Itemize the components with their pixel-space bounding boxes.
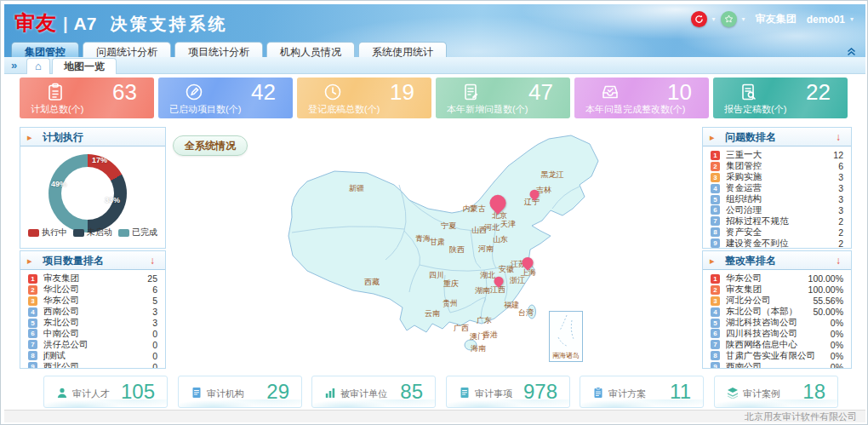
chevron-down-icon[interactable]: ▾ (850, 15, 854, 23)
rank-value: 3 (152, 307, 157, 317)
rank-row[interactable]: 4 资金运营 3 (703, 183, 851, 194)
province-label[interactable]: 广西 (454, 323, 469, 334)
rank-row[interactable]: 9 西南公司 0% (703, 361, 851, 368)
province-label[interactable]: 青海 (415, 233, 431, 244)
user-name[interactable]: demo01 (807, 14, 845, 26)
user-org[interactable]: 审友集团 (756, 12, 797, 26)
main-content: 63 计划总数(个) 42 已启动项目数(个) 19 登记底稿总数(个) 47 … (4, 74, 865, 410)
rank-badge: 6 (28, 329, 37, 338)
province-label[interactable]: 甘肃 (430, 237, 445, 248)
rank-value: 100.00% (808, 273, 843, 284)
sort-desc-icon[interactable]: ↓ (150, 251, 155, 270)
stat-value: 63 (112, 79, 137, 106)
rank-row[interactable]: 8 资产安全 2 (703, 227, 851, 238)
rank-row[interactable]: 7 洪仔总公司 0 (20, 339, 165, 350)
province-label[interactable]: 重庆 (443, 279, 459, 290)
province-label[interactable]: 宁夏 (441, 221, 456, 232)
rank-row[interactable]: 5 组织结构 3 (703, 194, 851, 205)
stat-card-started-projects[interactable]: 42 已启动项目数(个) (158, 78, 293, 118)
tab-map-overview[interactable]: 地图一览 (52, 58, 117, 74)
double-chevron-icon[interactable]: » (11, 59, 17, 72)
rank-name: 招标过程不规范 (726, 215, 838, 227)
rank-row[interactable]: 2 集团管控 6 (703, 161, 851, 172)
chevron-down-icon[interactable]: ▾ (742, 15, 745, 23)
rank-badge: 5 (28, 319, 37, 328)
whole-system-button[interactable]: 全系统情况 (173, 135, 248, 156)
stat-card-new-issues[interactable]: 47 本年新增问题数(个) (436, 78, 570, 118)
rank-row[interactable]: 5 湖北科技咨询公司 0% (703, 318, 851, 329)
rank-row[interactable]: 1 华东公司 100.00% (703, 273, 851, 284)
province-label[interactable]: 广东 (477, 315, 492, 326)
province-label[interactable]: 山东 (493, 234, 508, 245)
rank-value: 3 (838, 183, 843, 193)
rank-row[interactable]: 4 西南公司 3 (20, 307, 165, 318)
province-label[interactable]: 陕西 (449, 244, 465, 256)
rank-row[interactable]: 7 招标过程不规范 2 (703, 215, 851, 227)
rank-row[interactable]: 9 西北公司 0 (20, 361, 165, 368)
rank-badge: 3 (711, 173, 720, 182)
mini-card-label: 审计方案 (608, 388, 646, 400)
province-label[interactable]: 浙江 (510, 275, 525, 286)
stat-value: 22 (806, 79, 831, 106)
rank-name: 华东公司 (726, 273, 808, 284)
stat-card-final-reports[interactable]: 22 报告定稿数(个) (713, 78, 848, 118)
province-label[interactable]: 云南 (425, 308, 440, 319)
mini-card-audit-plans[interactable]: 审计方案 11 (580, 376, 704, 408)
province-label[interactable]: 黑龙江 (541, 169, 564, 181)
province-label[interactable]: 新疆 (349, 183, 364, 194)
collapse-up-icon[interactable] (846, 45, 857, 56)
plan-donut-chart[interactable] (49, 154, 127, 233)
home-icon[interactable]: ⌂ (26, 58, 50, 74)
china-map[interactable]: 新疆黑龙江吉林辽宁内蒙古北京天津宁夏山西河北山东青海甘肃陕西河南西藏四川重庆湖北… (282, 130, 700, 373)
rank-row[interactable]: 6 中南公司 0 (20, 328, 165, 339)
province-label[interactable]: 湖北 (480, 270, 495, 281)
refresh-icon[interactable] (691, 11, 707, 27)
stat-card-plans[interactable]: 63 计划总数(个) (20, 78, 154, 118)
rank-row[interactable]: 8 甘肃广告实业有限公司 0% (703, 350, 851, 361)
rank-row[interactable]: 1 三重一大 12 (703, 150, 851, 161)
province-label[interactable]: 河南 (478, 244, 494, 255)
sort-desc-icon[interactable]: ↓ (836, 251, 841, 270)
province-label[interactable]: 河北 (484, 222, 500, 233)
rank-row[interactable]: 7 陕西网络信息中心 0% (703, 339, 851, 350)
rank-name: 华东公司 (43, 295, 152, 307)
rank-row[interactable]: 6 四川科技咨询公司 0% (703, 328, 851, 339)
stat-card-draft-papers[interactable]: 19 登记底稿总数(个) (297, 78, 431, 118)
mini-card-audited-units[interactable]: 被审计单位 85 (311, 376, 436, 408)
province-label[interactable]: 海南 (471, 343, 486, 354)
mini-card-audit-items[interactable]: 审计事项 978 (446, 376, 570, 408)
chart-legend: 执行中 未启动 已完成 (24, 227, 162, 238)
rank-row[interactable]: 8 jf测试 0 (20, 350, 165, 361)
rectify-rank-panel: ▸ 整改率排名 ↓ 1 华东公司 100.00% 2 审友集团 100.00% … (702, 250, 852, 369)
sort-desc-icon[interactable]: ↓ (836, 128, 841, 146)
mini-card-label: 审计事项 (475, 388, 512, 400)
chevron-down-icon[interactable]: ▾ (712, 15, 716, 23)
mini-card-audit-orgs[interactable]: 审计机构 29 (178, 376, 302, 408)
province-label[interactable]: 四川 (429, 270, 444, 281)
province-label[interactable]: 内蒙古 (463, 204, 486, 215)
stat-card-rectified-issues[interactable]: 10 本年问题完成整改数(个) (574, 78, 709, 118)
issue-rank-panel: ▸ 问题数排名 ↓ 1 三重一大 12 2 集团管控 6 3 采购实施 (702, 127, 852, 249)
rank-row[interactable]: 3 华东公司 5 (20, 296, 165, 307)
province-label[interactable]: 贵州 (443, 298, 458, 309)
province-label[interactable]: 香港 (483, 330, 498, 341)
rank-row[interactable]: 9 建设资金不到位 2 (703, 238, 851, 248)
rank-row[interactable]: 2 审友集团 100.00% (703, 284, 851, 296)
mini-card-audit-talents[interactable]: 审计人才 105 (43, 376, 168, 408)
rank-row[interactable]: 5 东北公司 3 (20, 318, 165, 329)
rank-row[interactable]: 6 公司治理 3 (703, 204, 851, 215)
star-icon[interactable] (721, 11, 737, 27)
rank-row[interactable]: 3 河北分公司 55.56% (703, 296, 851, 307)
document-icon (191, 387, 203, 402)
province-label[interactable]: 湖南 (475, 285, 490, 296)
rank-row[interactable]: 3 采购实施 3 (703, 172, 851, 183)
province-label[interactable]: 西藏 (364, 277, 380, 288)
province-label[interactable]: 福建 (504, 300, 519, 311)
rank-row[interactable]: 2 华北公司 6 (20, 284, 165, 296)
province-label[interactable]: 天津 (500, 219, 516, 230)
rank-row[interactable]: 4 东北公司（本部） 50.00% (703, 307, 851, 318)
rank-badge: 3 (28, 296, 37, 306)
mini-card-audit-cases[interactable]: 审计案例 18 (714, 376, 838, 408)
province-label[interactable]: 台湾 (518, 307, 534, 319)
rank-row[interactable]: 1 审友集团 25 (20, 273, 165, 284)
